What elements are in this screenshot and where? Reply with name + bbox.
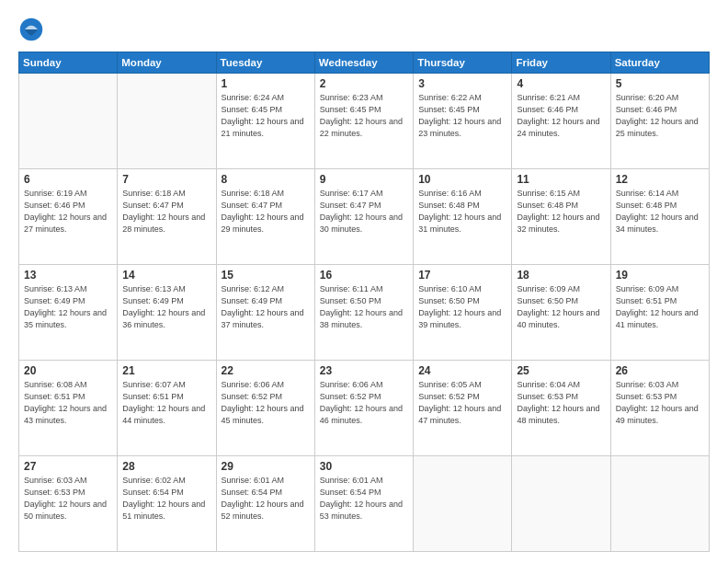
calendar-cell: 16Sunrise: 6:11 AMSunset: 6:50 PMDayligh… — [314, 265, 413, 361]
calendar-body: 1Sunrise: 6:24 AMSunset: 6:45 PMDaylight… — [19, 74, 710, 552]
calendar-cell — [414, 456, 512, 552]
day-detail: Sunrise: 6:09 AMSunset: 6:50 PMDaylight:… — [517, 283, 605, 331]
day-number: 30 — [320, 460, 408, 473]
day-detail: Sunrise: 6:04 AMSunset: 6:53 PMDaylight:… — [517, 379, 605, 427]
calendar-cell: 9Sunrise: 6:17 AMSunset: 6:47 PMDaylight… — [314, 169, 413, 265]
day-detail: Sunrise: 6:20 AMSunset: 6:46 PMDaylight:… — [616, 92, 704, 140]
day-detail: Sunrise: 6:15 AMSunset: 6:48 PMDaylight:… — [517, 188, 605, 236]
day-number: 17 — [418, 269, 506, 282]
header — [18, 17, 710, 42]
calendar-cell: 20Sunrise: 6:08 AMSunset: 6:51 PMDayligh… — [19, 361, 118, 456]
calendar-cell: 23Sunrise: 6:06 AMSunset: 6:52 PMDayligh… — [314, 361, 413, 456]
day-detail: Sunrise: 6:24 AMSunset: 6:45 PMDaylight:… — [222, 92, 310, 140]
day-number: 20 — [24, 364, 112, 377]
day-number: 11 — [517, 173, 605, 186]
day-detail: Sunrise: 6:16 AMSunset: 6:48 PMDaylight:… — [418, 188, 506, 236]
weekday-header-monday: Monday — [118, 52, 216, 74]
day-number: 26 — [616, 364, 704, 377]
day-number: 9 — [320, 173, 408, 186]
day-detail: Sunrise: 6:03 AMSunset: 6:53 PMDaylight:… — [24, 475, 112, 523]
week-row-3: 13Sunrise: 6:13 AMSunset: 6:49 PMDayligh… — [19, 265, 710, 361]
day-detail: Sunrise: 6:07 AMSunset: 6:51 PMDaylight:… — [122, 379, 210, 427]
day-number: 14 — [122, 269, 210, 282]
weekday-header-saturday: Saturday — [610, 52, 709, 74]
calendar-cell: 27Sunrise: 6:03 AMSunset: 6:53 PMDayligh… — [19, 456, 118, 552]
day-detail: Sunrise: 6:21 AMSunset: 6:46 PMDaylight:… — [517, 92, 605, 140]
day-number: 24 — [418, 364, 506, 377]
calendar-cell: 11Sunrise: 6:15 AMSunset: 6:48 PMDayligh… — [512, 169, 610, 265]
day-detail: Sunrise: 6:01 AMSunset: 6:54 PMDaylight:… — [320, 475, 408, 523]
day-number: 1 — [222, 77, 310, 90]
day-number: 19 — [616, 269, 704, 282]
calendar-cell: 30Sunrise: 6:01 AMSunset: 6:54 PMDayligh… — [314, 456, 413, 552]
day-number: 27 — [24, 460, 112, 473]
day-detail: Sunrise: 6:17 AMSunset: 6:47 PMDaylight:… — [320, 188, 408, 236]
week-row-2: 6Sunrise: 6:19 AMSunset: 6:46 PMDaylight… — [19, 169, 710, 265]
calendar-cell — [19, 74, 118, 169]
calendar-cell: 6Sunrise: 6:19 AMSunset: 6:46 PMDaylight… — [19, 169, 118, 265]
day-number: 13 — [24, 269, 112, 282]
day-detail: Sunrise: 6:08 AMSunset: 6:51 PMDaylight:… — [24, 379, 112, 427]
day-detail: Sunrise: 6:02 AMSunset: 6:54 PMDaylight:… — [122, 475, 210, 523]
calendar-cell: 25Sunrise: 6:04 AMSunset: 6:53 PMDayligh… — [512, 361, 610, 456]
day-detail: Sunrise: 6:13 AMSunset: 6:49 PMDaylight:… — [122, 283, 210, 331]
calendar-cell: 21Sunrise: 6:07 AMSunset: 6:51 PMDayligh… — [118, 361, 216, 456]
day-number: 3 — [418, 77, 506, 90]
calendar-cell: 8Sunrise: 6:18 AMSunset: 6:47 PMDaylight… — [216, 169, 314, 265]
calendar-cell: 26Sunrise: 6:03 AMSunset: 6:53 PMDayligh… — [610, 361, 709, 456]
weekday-header-thursday: Thursday — [414, 52, 512, 74]
day-number: 22 — [222, 364, 310, 377]
day-number: 29 — [222, 460, 310, 473]
calendar-cell: 24Sunrise: 6:05 AMSunset: 6:52 PMDayligh… — [414, 361, 512, 456]
day-detail: Sunrise: 6:13 AMSunset: 6:49 PMDaylight:… — [24, 283, 112, 331]
page: SundayMondayTuesdayWednesdayThursdayFrid… — [0, 0, 728, 563]
weekday-row: SundayMondayTuesdayWednesdayThursdayFrid… — [19, 52, 710, 74]
day-number: 6 — [24, 173, 112, 186]
calendar-cell — [512, 456, 610, 552]
day-detail: Sunrise: 6:01 AMSunset: 6:54 PMDaylight:… — [222, 475, 310, 523]
day-number: 28 — [122, 460, 210, 473]
day-detail: Sunrise: 6:14 AMSunset: 6:48 PMDaylight:… — [616, 188, 704, 236]
day-number: 2 — [320, 77, 408, 90]
day-detail: Sunrise: 6:05 AMSunset: 6:52 PMDaylight:… — [418, 379, 506, 427]
calendar-cell: 4Sunrise: 6:21 AMSunset: 6:46 PMDaylight… — [512, 74, 610, 169]
day-detail: Sunrise: 6:10 AMSunset: 6:50 PMDaylight:… — [418, 283, 506, 331]
calendar-cell: 18Sunrise: 6:09 AMSunset: 6:50 PMDayligh… — [512, 265, 610, 361]
calendar-cell: 3Sunrise: 6:22 AMSunset: 6:45 PMDaylight… — [414, 74, 512, 169]
week-row-1: 1Sunrise: 6:24 AMSunset: 6:45 PMDaylight… — [19, 74, 710, 169]
day-detail: Sunrise: 6:06 AMSunset: 6:52 PMDaylight:… — [320, 379, 408, 427]
weekday-header-friday: Friday — [512, 52, 610, 74]
day-number: 4 — [517, 77, 605, 90]
calendar-cell: 5Sunrise: 6:20 AMSunset: 6:46 PMDaylight… — [610, 74, 709, 169]
day-number: 8 — [222, 173, 310, 186]
logo-icon — [18, 17, 44, 42]
calendar-cell: 14Sunrise: 6:13 AMSunset: 6:49 PMDayligh… — [118, 265, 216, 361]
weekday-header-tuesday: Tuesday — [216, 52, 314, 74]
weekday-header-sunday: Sunday — [19, 52, 118, 74]
calendar-cell: 7Sunrise: 6:18 AMSunset: 6:47 PMDaylight… — [118, 169, 216, 265]
calendar-header: SundayMondayTuesdayWednesdayThursdayFrid… — [19, 52, 710, 74]
day-detail: Sunrise: 6:19 AMSunset: 6:46 PMDaylight:… — [24, 188, 112, 236]
calendar-cell: 28Sunrise: 6:02 AMSunset: 6:54 PMDayligh… — [118, 456, 216, 552]
calendar-table: SundayMondayTuesdayWednesdayThursdayFrid… — [18, 52, 710, 552]
calendar-cell: 12Sunrise: 6:14 AMSunset: 6:48 PMDayligh… — [610, 169, 709, 265]
calendar-cell: 22Sunrise: 6:06 AMSunset: 6:52 PMDayligh… — [216, 361, 314, 456]
calendar-cell — [610, 456, 709, 552]
day-number: 12 — [616, 173, 704, 186]
calendar-cell: 2Sunrise: 6:23 AMSunset: 6:45 PMDaylight… — [314, 74, 413, 169]
calendar-cell: 1Sunrise: 6:24 AMSunset: 6:45 PMDaylight… — [216, 74, 314, 169]
day-number: 16 — [320, 269, 408, 282]
day-number: 10 — [418, 173, 506, 186]
day-detail: Sunrise: 6:23 AMSunset: 6:45 PMDaylight:… — [320, 92, 408, 140]
day-number: 7 — [122, 173, 210, 186]
day-number: 21 — [122, 364, 210, 377]
calendar-cell: 19Sunrise: 6:09 AMSunset: 6:51 PMDayligh… — [610, 265, 709, 361]
day-number: 15 — [222, 269, 310, 282]
day-detail: Sunrise: 6:11 AMSunset: 6:50 PMDaylight:… — [320, 283, 408, 331]
day-detail: Sunrise: 6:18 AMSunset: 6:47 PMDaylight:… — [222, 188, 310, 236]
week-row-4: 20Sunrise: 6:08 AMSunset: 6:51 PMDayligh… — [19, 361, 710, 456]
day-number: 23 — [320, 364, 408, 377]
day-number: 18 — [517, 269, 605, 282]
calendar-cell: 15Sunrise: 6:12 AMSunset: 6:49 PMDayligh… — [216, 265, 314, 361]
calendar-cell: 10Sunrise: 6:16 AMSunset: 6:48 PMDayligh… — [414, 169, 512, 265]
